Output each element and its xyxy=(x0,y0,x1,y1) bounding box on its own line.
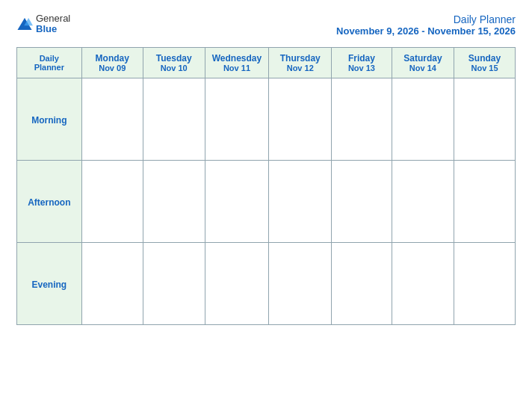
title-area: Daily Planner November 9, 2026 - Novembe… xyxy=(336,13,516,37)
evening-thursday[interactable] xyxy=(269,243,332,325)
afternoon-wednesday[interactable] xyxy=(205,161,269,243)
evening-sunday[interactable] xyxy=(454,243,516,325)
morning-monday[interactable] xyxy=(81,78,143,161)
morning-wednesday[interactable] xyxy=(205,78,269,161)
afternoon-row: Afternoon xyxy=(17,161,516,243)
evening-wednesday[interactable] xyxy=(205,243,269,325)
page: General Blue Daily Planner November 9, 2… xyxy=(0,0,532,411)
evening-monday[interactable] xyxy=(81,243,143,325)
afternoon-tuesday[interactable] xyxy=(143,161,205,243)
header-planner: Planner xyxy=(22,63,77,72)
afternoon-sunday[interactable] xyxy=(454,161,516,243)
calendar-table: Daily Planner Monday Nov 09 Tuesday Nov … xyxy=(16,47,516,325)
morning-label: Morning xyxy=(31,115,66,126)
morning-saturday[interactable] xyxy=(392,78,454,161)
evening-label: Evening xyxy=(31,279,66,290)
logo-icon xyxy=(16,16,33,32)
evening-friday[interactable] xyxy=(332,243,392,325)
header-wednesday: Wednesday Nov 11 xyxy=(205,48,269,78)
header-tuesday: Tuesday Nov 10 xyxy=(143,48,205,78)
afternoon-saturday[interactable] xyxy=(392,161,454,243)
evening-tuesday[interactable] xyxy=(143,243,205,325)
morning-tuesday[interactable] xyxy=(143,78,205,161)
afternoon-friday[interactable] xyxy=(332,161,392,243)
morning-label-cell: Morning xyxy=(17,78,82,161)
morning-row: Morning xyxy=(17,78,516,161)
evening-saturday[interactable] xyxy=(392,243,454,325)
header-sunday: Sunday Nov 15 xyxy=(454,48,516,78)
morning-thursday[interactable] xyxy=(269,78,332,161)
planner-date-range: November 9, 2026 - November 15, 2026 xyxy=(336,25,516,37)
logo-area: General Blue xyxy=(16,13,70,35)
afternoon-label-cell: Afternoon xyxy=(17,161,82,243)
header-friday: Friday Nov 13 xyxy=(332,48,392,78)
header-thursday: Thursday Nov 12 xyxy=(269,48,332,78)
afternoon-thursday[interactable] xyxy=(269,161,332,243)
logo-text: General Blue xyxy=(36,13,70,35)
logo-blue-text: Blue xyxy=(36,24,70,34)
evening-label-cell: Evening xyxy=(17,243,82,325)
afternoon-monday[interactable] xyxy=(81,161,143,243)
header-daily: Daily xyxy=(22,54,77,63)
header: General Blue Daily Planner November 9, 2… xyxy=(16,13,516,37)
morning-sunday[interactable] xyxy=(454,78,516,161)
morning-friday[interactable] xyxy=(332,78,392,161)
evening-row: Evening xyxy=(17,243,516,325)
planner-title: Daily Planner xyxy=(336,13,516,25)
logo-general-text: General xyxy=(36,13,70,24)
header-first-col: Daily Planner xyxy=(17,48,82,78)
table-header-row: Daily Planner Monday Nov 09 Tuesday Nov … xyxy=(17,48,516,78)
header-monday: Monday Nov 09 xyxy=(81,48,143,78)
header-saturday: Saturday Nov 14 xyxy=(392,48,454,78)
afternoon-label: Afternoon xyxy=(28,197,70,208)
